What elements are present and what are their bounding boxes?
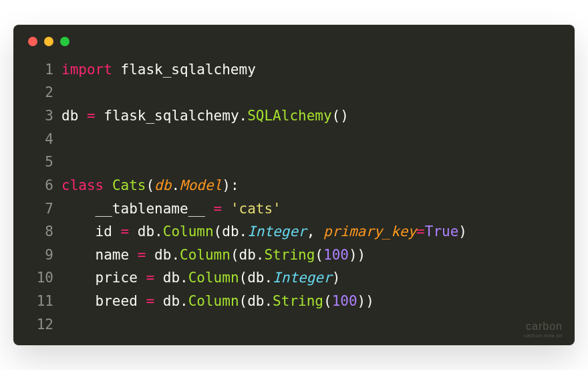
token <box>222 201 231 217</box>
token: = <box>146 270 154 286</box>
token: price <box>61 270 146 286</box>
token: (db. <box>231 247 265 263</box>
token: (db. <box>214 223 248 240</box>
minimize-icon[interactable] <box>44 37 53 46</box>
token: id <box>61 223 121 240</box>
token: flask_sqlalchemy. <box>96 108 248 124</box>
code-line: 1import flask_sqlalchemy <box>28 58 560 82</box>
line-content <box>61 151 70 174</box>
token: String <box>273 293 323 309</box>
code-line: 4 <box>28 128 560 151</box>
token: class <box>61 177 104 193</box>
line-number: 2 <box>28 81 53 104</box>
token: . <box>171 177 180 193</box>
maximize-icon[interactable] <box>60 37 69 46</box>
token: (db. <box>239 293 273 309</box>
token: 'cats' <box>231 201 281 217</box>
line-number: 7 <box>28 197 53 221</box>
line-content: class Cats(db.Model): <box>61 174 239 197</box>
line-number: 9 <box>28 244 53 267</box>
code-line: 9 name = db.Column(db.String(100)) <box>28 244 560 267</box>
token: ) <box>332 270 341 286</box>
token: flask_sqlalchemy <box>112 62 256 78</box>
token: )) <box>357 293 374 309</box>
token: Column <box>188 270 239 286</box>
token: ( <box>323 293 332 309</box>
line-content: name = db.Column(db.String(100)) <box>61 244 365 267</box>
watermark: carbon carbon.now.sh <box>524 320 563 339</box>
line-content: breed = db.Column(db.String(100)) <box>61 290 374 313</box>
watermark-name: carbon <box>524 320 563 333</box>
token: db. <box>146 247 180 263</box>
token: = <box>146 293 154 309</box>
token: 100 <box>323 247 349 263</box>
token: = <box>138 247 146 263</box>
token: = <box>87 108 96 124</box>
token: ( <box>315 247 323 263</box>
token: = <box>214 201 223 217</box>
code-line: 3db = flask_sqlalchemy.SQLAlchemy() <box>28 104 560 128</box>
line-content: id = db.Column(db.Integer, primary_key=T… <box>61 220 467 244</box>
token: ) <box>458 223 467 240</box>
token: db. <box>154 293 188 309</box>
token: Model <box>180 177 222 193</box>
line-number: 4 <box>28 128 53 151</box>
line-number: 5 <box>28 151 53 174</box>
token: Column <box>188 293 239 309</box>
token: , <box>307 223 323 240</box>
token: = <box>416 223 425 240</box>
token: db. <box>154 270 188 286</box>
line-number: 3 <box>28 104 53 128</box>
token: Integer <box>273 270 332 286</box>
token: primary_key <box>323 223 416 240</box>
token: )) <box>349 247 365 263</box>
code-line: 12 <box>28 313 560 337</box>
token: Column <box>180 247 231 263</box>
code-window: 1import flask_sqlalchemy2 3db = flask_sq… <box>13 25 575 346</box>
line-number: 12 <box>28 313 53 337</box>
line-number: 11 <box>28 290 53 313</box>
line-number: 6 <box>28 174 53 197</box>
token: db. <box>129 223 163 240</box>
line-content <box>61 313 70 337</box>
code-line: 7 __tablename__ = 'cats' <box>28 197 560 221</box>
close-icon[interactable] <box>28 37 37 46</box>
code-line: 5 <box>28 151 560 174</box>
token: import <box>61 62 112 78</box>
token: SQLAlchemy <box>247 108 331 124</box>
token: ): <box>222 177 239 193</box>
token: Cats <box>112 177 146 193</box>
watermark-url: carbon.now.sh <box>524 333 563 339</box>
line-content <box>61 128 70 151</box>
token: String <box>264 247 315 263</box>
line-content: price = db.Column(db.Integer) <box>61 266 340 290</box>
code-line: 6class Cats(db.Model): <box>28 174 560 197</box>
token: breed <box>61 293 146 309</box>
token: Integer <box>247 223 307 240</box>
token: name <box>61 247 138 263</box>
line-number: 10 <box>28 266 53 290</box>
token: db <box>61 108 87 124</box>
code-line: 10 price = db.Column(db.Integer) <box>28 266 560 290</box>
token: True <box>425 223 459 240</box>
code-line: 11 breed = db.Column(db.String(100)) <box>28 290 560 313</box>
token: Column <box>163 223 214 240</box>
token: (db. <box>239 270 273 286</box>
token: __tablename__ <box>61 201 214 217</box>
code-block: 1import flask_sqlalchemy2 3db = flask_sq… <box>28 58 560 337</box>
token <box>104 177 112 193</box>
token: db <box>154 177 171 193</box>
line-number: 1 <box>28 58 53 82</box>
line-content: db = flask_sqlalchemy.SQLAlchemy() <box>61 104 349 128</box>
token: 100 <box>332 293 357 309</box>
token: () <box>332 108 349 124</box>
line-number: 8 <box>28 220 53 244</box>
code-line: 2 <box>28 81 560 104</box>
window-titlebar <box>28 37 560 46</box>
code-line: 8 id = db.Column(db.Integer, primary_key… <box>28 220 560 244</box>
line-content: import flask_sqlalchemy <box>61 58 256 82</box>
line-content: __tablename__ = 'cats' <box>61 197 281 221</box>
token: = <box>121 223 130 240</box>
token: ( <box>146 177 154 193</box>
line-content <box>61 81 70 104</box>
